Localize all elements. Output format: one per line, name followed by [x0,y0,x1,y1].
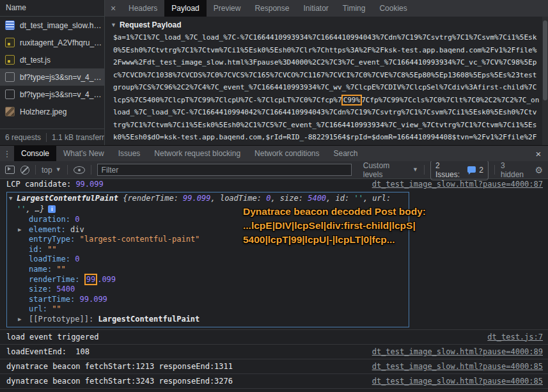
hidden-messages-count: 3 hidden [501,161,529,179]
object-property-row[interactable]: startTime: 99.099 [7,295,409,305]
console-filter-input[interactable] [97,164,352,176]
payload-line: $a=1%7C1%7C_load_%7C_load_%7C-%7C1664410… [113,31,548,44]
chevron-right-icon[interactable]: ▶ [18,317,21,322]
annotation-line: 5400|lcpT|99|lcpU|-|lcpLT|0|fcp... [243,233,426,247]
custom-levels-dropdown[interactable]: Custom levels ▼ [363,161,418,179]
property-key: duration: [29,215,75,224]
payload-line: load_%7C_load_%7C-%7C1664410994042%7C166… [113,106,548,119]
text-segment: LargestContentfulPaint [17,194,123,203]
section-title: Request Payload [120,20,182,29]
network-request-row[interactable]: Holzherz.jpeg [0,103,104,120]
property-value: LargestContentfulPaint [98,315,200,324]
chevron-down-icon: ▼ [111,22,116,28]
request-name: dt_test.js [20,56,51,65]
text-segment: , id: [326,194,354,203]
network-request-row[interactable]: bf?type=js3&sn=v_4_… [0,68,104,86]
object-property-row[interactable]: size: 5400 [7,285,409,295]
network-request-row[interactable]: bf?type=js3&sn=v_4_… [0,86,104,103]
close-detail-icon[interactable]: × [105,0,121,17]
property-value: "" [52,304,61,313]
property-value: "" [47,245,56,254]
gear-icon[interactable]: ⚙ [535,166,543,175]
tab-preview[interactable]: Preview [207,0,248,17]
network-request-row[interactable]: dt_test.js [0,51,104,68]
payload-scrollbar[interactable] [542,17,548,145]
info-icon[interactable]: i [48,205,56,213]
payload-line: group%7CS%7C96%2C2%7C4%7C_event_%7C16644… [113,81,548,94]
property-key: name: [29,265,56,274]
payload-line: 2Fwww%2Fdt_test_image_slow.html%3Fpause%… [113,56,548,69]
generic-icon [5,72,15,82]
html-doc-icon [5,20,15,30]
property-value: "" [56,265,65,274]
annotation-line: ...lcpE|DIV|lcpSel|div:first-child|lcpS| [243,219,426,233]
generic-icon [5,90,15,99]
tab-payload[interactable]: Payload [164,0,206,17]
request-detail-tab-bar: × HeadersPayloadPreviewResponseInitiator… [105,0,548,17]
object-property-row[interactable]: name: "" [7,265,409,275]
payload-highlight-box: C99% [341,95,363,106]
chevron-down-icon: ▼ [56,167,61,173]
console-toolbar: top ▼ Custom levels ▼ 2 Issues: 2 3 hidd… [0,161,548,179]
property-key: url: [29,304,52,313]
property-value: .099 [97,275,116,284]
text-segment: dynatrace beacon fetchStart:1213 respons… [6,362,233,371]
tab-issues[interactable]: Issues [111,146,148,161]
object-property-row[interactable]: url: "" [7,304,409,315]
chevron-down-icon[interactable]: ▼ [9,196,12,201]
clear-console-icon[interactable] [20,166,29,175]
console-message-row: dynatrace beacon fetchStart:3243 respons… [0,373,548,388]
tab-network-request-blocking[interactable]: Network request blocking [147,146,247,161]
request-detail-panel: × HeadersPayloadPreviewResponseInitiator… [105,0,548,145]
source-location-link[interactable]: dt_test_image_slow.html?pause=4000:87 [372,179,543,189]
network-request-row[interactable]: dt_test_image_slow.h… [0,17,104,34]
tab-initiator[interactable]: Initiator [296,0,335,17]
divider [67,165,68,175]
execution-context-selector[interactable]: top ▼ [42,166,61,175]
issues-button[interactable]: 2 Issues: 2 [430,160,489,180]
tab-timing[interactable]: Timing [336,0,373,17]
chevron-right-icon[interactable]: ▶ [18,227,21,233]
source-location-link[interactable]: dt_test_image_slow.html?pause=4000:89 [372,347,543,357]
payload-line: c%7CVCD%7C1038%7CVCDS%7C0%7CVCS%7C165%7C… [113,69,548,82]
close-drawer-icon[interactable]: × [531,146,545,161]
object-property-row[interactable]: renderTime: 99.099 [7,275,409,285]
request-payload-section-header[interactable]: ▼ Request Payload [105,17,548,31]
console-sidebar-toggle-icon[interactable] [5,166,15,174]
image-icon [5,107,15,116]
text-segment: LCP candidate: [6,180,75,189]
console-message-text: dynatrace beacon fetchStart:1213 respons… [6,361,364,372]
console-message-row: LCP candidate: 99.099dt_test_image_slow.… [0,179,548,191]
devtools-window: Name dt_test_image_slow.h…ruxitagent_A2V… [0,0,548,392]
scrollbar-thumb[interactable] [543,20,547,100]
request-name: bf?type=js3&sn=v_4_… [20,90,101,99]
source-location-link[interactable]: dt_test_image_slow.html?pause=4000:85 [372,361,543,372]
network-name-column-header[interactable]: Name [0,0,104,17]
object-property-row[interactable]: ▶[[Prototype]]: LargestContentfulPaint [7,315,409,325]
issues-chat-icon [467,166,476,173]
tab-headers[interactable]: Headers [121,0,164,17]
more-tabs-icon[interactable]: ⋮ [0,146,14,161]
script-icon [5,55,15,65]
text-segment: , loadTime: [210,194,266,203]
tab-console[interactable]: Console [14,146,56,161]
text-segment: loadEventEnd: 108 [6,347,90,356]
live-expression-icon[interactable] [74,166,85,174]
property-key: renderTime: [29,275,84,284]
property-value: 99.099 [79,295,107,304]
tab-search[interactable]: Search [326,146,364,161]
console-message-row: loadEventEnd: 108dt_test_image_slow.html… [0,344,548,359]
property-key: loadTime: [29,255,75,263]
network-requests-panel: Name dt_test_image_slow.h…ruxitagent_A2V… [0,0,105,145]
source-location-link[interactable]: dt_test_image_slow.html?pause=4000:85 [372,376,543,386]
network-request-row[interactable]: ruxitagent_A2Vfhqru_… [0,34,104,51]
tab-cookies[interactable]: Cookies [372,0,414,17]
payload-line: trg%7C1%7Ctvm%7Ci1%5Esk0%5Esh0%2C1%7C5%7… [113,119,548,132]
property-value: "largest-contentful-paint" [79,235,200,244]
tab-response[interactable]: Response [247,0,296,17]
tab-what-s-new[interactable]: What's New [56,146,111,161]
property-key: size: [29,285,56,294]
object-property-row[interactable]: loadTime: 0 [7,255,409,265]
tab-network-conditions[interactable]: Network conditions [247,146,326,161]
source-location-link[interactable]: dt_test.js:7 [487,332,543,342]
